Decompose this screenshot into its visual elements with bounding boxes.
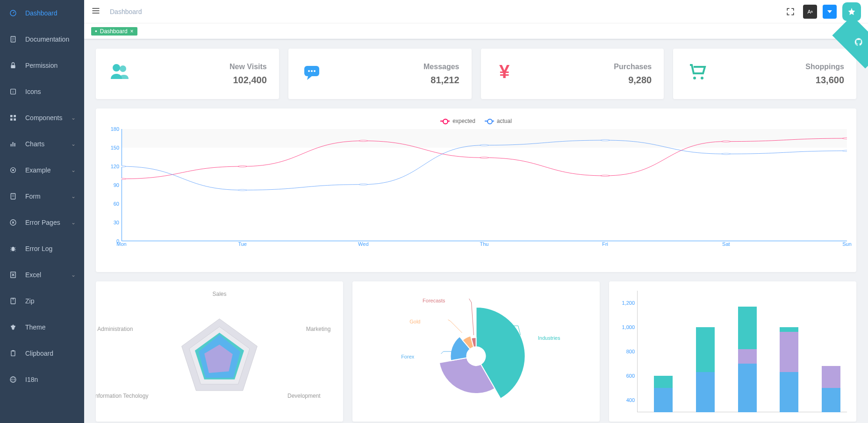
svg-point-42 [480,144,489,146]
svg-point-27 [311,70,313,72]
sidebar-item-label: Dashboard [25,9,57,17]
svg-point-31 [701,77,703,79]
legend-item-expected[interactable]: expected [440,118,475,124]
sidebar-item-label: Zip [25,297,34,305]
svg-point-44 [722,153,731,155]
y-tick: 180 [105,126,119,132]
svg-point-23 [113,64,120,72]
svg-point-16 [12,247,15,251]
x-tick: Tue [238,241,247,247]
pie-label: Forecasts [423,298,445,303]
pie-label: Industries [538,335,560,341]
bar-y-tick: 1,200 [616,300,635,306]
sidebar-item-permission[interactable]: Permission [0,52,84,79]
stat-card-messages[interactable]: Messages81,212 [288,49,472,99]
chart-icon [8,140,18,148]
tag-dashboard[interactable]: Dashboard × [91,27,137,36]
lock-icon [8,62,18,69]
sidebar-item-error-pages[interactable]: Error Pages⌄ [0,209,84,236]
bar-chart-body: 4006008001,0001,200 [637,291,847,412]
svg-rect-8 [14,118,16,121]
excel-icon [8,271,18,279]
sidebar-item-label: Theme [25,323,46,331]
fullscreen-icon[interactable] [783,5,797,19]
sidebar-item-i18n[interactable]: I18n [0,366,84,393]
sidebar-item-excel[interactable]: Excel⌄ [0,262,84,288]
sidebar-item-dashboard[interactable]: Dashboard [0,0,84,26]
sidebar-item-label: Error Log [25,245,52,252]
stat-card-purchases[interactable]: ¥Purchases9,280 [481,49,664,99]
theme-icon [8,323,18,331]
stat-value: 9,280 [614,75,652,86]
x-tick: Wed [358,241,368,247]
chevron-down-icon: ⌄ [71,115,76,121]
sidebar-item-label: Clipboard [25,350,53,357]
icons-icon: i [8,88,18,95]
sidebar-item-label: Permission [25,62,57,69]
stat-card-shoppings[interactable]: Shoppings13,600 [673,49,856,99]
bar-column [654,376,673,412]
y-tick: 120 [105,164,119,169]
sidebar-item-charts[interactable]: Charts⌄ [0,131,84,157]
bar-column [738,307,757,412]
doc-icon [8,36,18,43]
yen-icon: ¥ [493,60,516,88]
svg-point-35 [480,157,489,158]
sidebar-item-label: Excel [25,271,41,279]
font-size-icon[interactable]: Aa [803,5,817,19]
legend-item-actual[interactable]: actual [485,118,512,124]
404-icon [8,219,18,226]
sidebar-item-documentation[interactable]: Documentation [0,26,84,52]
svg-rect-9 [11,144,12,146]
svg-point-41 [359,184,368,185]
x-tick: Sun [842,241,852,247]
radar-label: Marketing [306,326,331,332]
language-dropdown[interactable] [823,5,837,19]
bar-column [780,327,798,412]
tag-label: Dashboard [100,28,128,35]
line-chart-legend: expectedactual [105,118,847,124]
bar-y-tick: 1,000 [616,324,635,330]
stat-label: New Visits [230,63,267,71]
sidebar-item-zip[interactable]: Zip [0,288,84,314]
sidebar-item-example[interactable]: Example⌄ [0,157,84,183]
pie-label: Forex [401,354,414,359]
close-icon[interactable]: × [130,28,134,35]
svg-point-54 [467,347,486,366]
sidebar-item-theme[interactable]: Theme [0,314,84,340]
svg-point-26 [308,70,310,72]
sidebar-item-label: I18n [25,376,38,383]
chevron-down-icon: ⌄ [71,272,76,278]
sidebar-item-label: Form [25,193,41,200]
bar-y-tick: 800 [616,349,635,354]
svg-rect-10 [13,142,14,146]
sidebar-item-components[interactable]: Components⌄ [0,105,84,131]
globe-icon [8,376,18,383]
svg-point-32 [122,178,126,179]
svg-point-45 [843,150,847,151]
svg-point-40 [238,189,247,191]
stat-label: Purchases [614,63,652,71]
radar-chart-panel: SalesMarketingDevelopmentInformation Tec… [96,281,343,422]
sidebar-item-icons[interactable]: iIcons [0,79,84,105]
svg-point-43 [601,140,610,141]
svg-rect-20 [12,350,14,351]
stat-card-new-visits[interactable]: New Visits102,400 [96,49,279,99]
svg-point-28 [314,70,316,72]
bar-column [822,366,840,412]
svg-rect-2 [11,65,15,68]
sidebar-item-form[interactable]: Form⌄ [0,183,84,209]
stat-value: 81,212 [423,75,459,86]
hamburger-icon[interactable] [91,6,100,17]
svg-text:¥: ¥ [499,61,509,82]
sidebar: DashboardDocumentationPermissioniIconsCo… [0,0,84,423]
line-chart-panel: expectedactual 0306090120150180 MonTueWe… [96,108,856,272]
sidebar-item-clipboard[interactable]: Clipboard [0,340,84,366]
x-tick: Fri [602,241,608,247]
svg-rect-19 [11,351,15,356]
sidebar-item-error-log[interactable]: Error Log [0,236,84,262]
zip-icon [8,297,18,305]
sidebar-item-label: Example [25,166,50,174]
tags-bar: Dashboard × [84,23,868,39]
stat-value: 102,400 [230,75,267,86]
